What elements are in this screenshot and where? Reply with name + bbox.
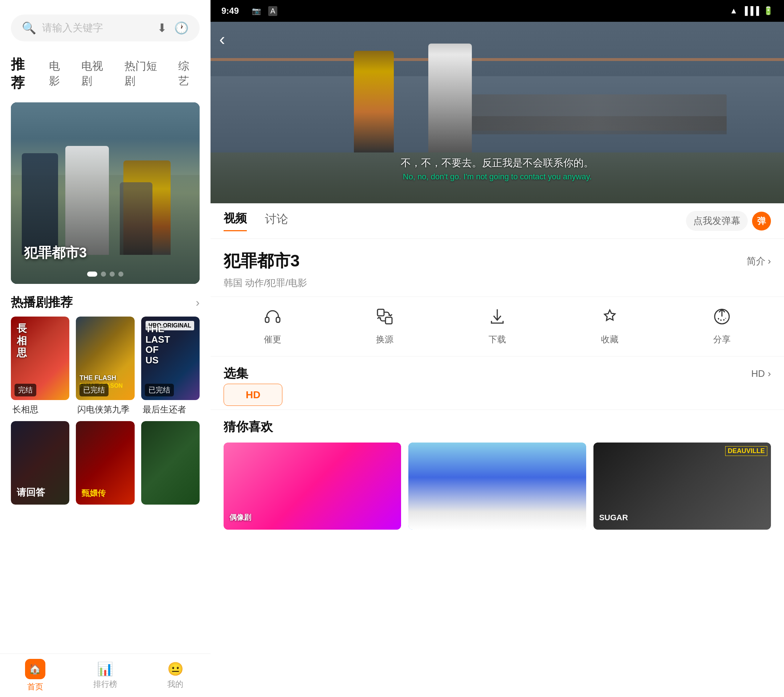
danmaku-badge: 弹 xyxy=(752,212,771,231)
video-tabs: 视频 讨论 点我发弹幕 弹 xyxy=(211,203,784,239)
drama-name-changxiangsi: 长相思 xyxy=(11,404,69,415)
action-buttons: 催更 换源 下载 xyxy=(211,297,784,356)
movie-info: 犯罪都市3 简介 › 韩国 动作/犯罪/电影 xyxy=(211,239,784,297)
share-icon xyxy=(713,308,731,329)
drama-card-flash[interactable]: THE FLASH FINAL SEASON 已完结 闪电侠第九季 xyxy=(76,316,134,415)
movie-meta: 韩国 动作/犯罪/电影 xyxy=(224,277,307,288)
action-download[interactable]: 下载 xyxy=(448,308,546,345)
download-icon[interactable]: ⬇ xyxy=(157,21,167,35)
episodes-section: 选集 HD › HD xyxy=(211,356,784,410)
search-icon: 🔍 xyxy=(22,21,36,35)
nav-profile-label: 我的 xyxy=(167,679,183,690)
collect-icon xyxy=(601,308,618,329)
home-icon: 🏠 xyxy=(25,659,45,679)
huanyuan-icon xyxy=(376,308,394,329)
cuigeng-label: 催更 xyxy=(264,334,281,345)
history-icon[interactable]: 🕐 xyxy=(174,21,189,35)
svg-rect-0 xyxy=(265,317,269,322)
nav-profile[interactable]: 😐 我的 xyxy=(140,661,211,690)
action-share[interactable]: 分享 xyxy=(673,308,771,345)
wifi-icon: ▲ xyxy=(730,6,738,16)
danmaku-text: 点我发弹幕 xyxy=(686,211,748,231)
search-placeholder: 请输入关键字 xyxy=(42,21,152,35)
rec-title: 猜你喜欢 xyxy=(224,419,771,435)
drama-card-unknown[interactable] xyxy=(141,421,199,504)
right-panel: 9:49 📷 A ▲ ▐▐▐ 🔋 不，不，不要去。反正我是不会联系你的。 xyxy=(211,0,784,697)
share-label: 分享 xyxy=(713,334,731,345)
tab-movie[interactable]: 电影 xyxy=(49,56,71,91)
subtitle-cn: 不，不，不要去。反正我是不会联系你的。 xyxy=(211,156,784,170)
drama-list-2: 请回答 甄嬛传 xyxy=(0,421,211,504)
drama-card-lastofus[interactable]: HBO ORIGINAL THELASTOFUS 已完结 最后生还者 xyxy=(141,316,199,415)
rec-card-3[interactable]: DEAUVILLE SUGAR xyxy=(593,443,771,530)
bottom-nav: 🏠 首页 📊 排行榜 😐 我的 xyxy=(0,653,211,697)
status-icons: ▲ ▐▐▐ 🔋 xyxy=(730,6,773,16)
status-bar: 9:49 📷 A ▲ ▐▐▐ 🔋 xyxy=(211,0,784,22)
nav-home[interactable]: 🏠 首页 xyxy=(0,659,70,692)
drama-card-zhenhuanzhuan[interactable]: 甄嬛传 xyxy=(76,421,134,504)
recommendations: 猜你喜欢 偶像剧 xyxy=(211,410,784,538)
search-bar[interactable]: 🔍 请输入关键字 ⬇ 🕐 xyxy=(11,15,199,41)
drama-name-lastofus: 最后生还者 xyxy=(141,404,199,415)
tab-tv[interactable]: 电视剧 xyxy=(81,56,114,91)
huanyuan-label: 换源 xyxy=(376,334,394,345)
download-label: 下载 xyxy=(489,334,506,345)
rec-card-1[interactable]: 偶像剧 xyxy=(224,443,401,530)
tab-video[interactable]: 视频 xyxy=(224,211,247,231)
hero-dots xyxy=(87,272,124,277)
back-button[interactable]: ‹ xyxy=(219,29,225,49)
drama-name-flash: 闪电侠第九季 xyxy=(76,404,134,415)
profile-icon: 😐 xyxy=(167,661,184,677)
left-panel: 🔍 请输入关键字 ⬇ 🕐 推荐 电影 电视剧 热门短剧 综艺 犯罪都市3 xyxy=(0,0,211,697)
tab-variety[interactable]: 综艺 xyxy=(178,56,199,91)
sim-icon: A xyxy=(268,6,277,16)
hd-chip[interactable]: HD xyxy=(224,384,282,406)
nav-ranking-label: 排行榜 xyxy=(93,679,117,690)
nav-tabs: 推荐 电影 电视剧 热门短剧 综艺 xyxy=(0,49,211,102)
tab-discussion[interactable]: 讨论 xyxy=(265,211,288,231)
drama-badge-complete: 完结 xyxy=(15,384,36,396)
drama-badge-lastofus: 已完结 xyxy=(145,384,174,396)
download-action-icon xyxy=(489,308,506,329)
tab-recommend[interactable]: 推荐 xyxy=(11,52,38,95)
hero-title: 犯罪都市3 xyxy=(24,244,87,262)
hot-dramas-header: 热播剧推荐 › xyxy=(0,284,211,316)
episodes-arrow: › xyxy=(768,368,771,379)
drama-badge-flash: 已完结 xyxy=(79,384,109,396)
action-huanyuan[interactable]: 换源 xyxy=(336,308,434,345)
video-player[interactable]: 不，不，不要去。反正我是不会联系你的。 No, no, don't go. I'… xyxy=(211,22,784,203)
rec-cards: 偶像剧 DEAUVILLE SUGAR xyxy=(224,443,771,530)
rec-card-2[interactable] xyxy=(408,443,586,530)
svg-rect-1 xyxy=(276,317,280,322)
movie-title: 犯罪都市3 xyxy=(224,250,300,272)
svg-rect-2 xyxy=(377,309,384,316)
hot-dramas-title: 热播剧推荐 xyxy=(11,294,72,311)
ranking-icon: 📊 xyxy=(97,661,113,677)
episodes-hd-link[interactable]: HD › xyxy=(751,368,771,379)
nav-home-label: 首页 xyxy=(27,681,43,692)
tab-short-drama[interactable]: 热门短剧 xyxy=(125,56,167,91)
video-subtitle: 不，不，不要去。反正我是不会联系你的。 No, no, don't go. I'… xyxy=(211,156,784,181)
camera-status-icon: 📷 xyxy=(252,7,261,15)
battery-icon: 🔋 xyxy=(763,6,773,16)
danmaku-btn[interactable]: 点我发弹幕 弹 xyxy=(686,211,771,231)
action-cuigeng[interactable]: 催更 xyxy=(224,308,321,345)
action-collect[interactable]: 收藏 xyxy=(561,308,659,345)
status-time: 9:49 xyxy=(221,6,239,16)
hero-banner[interactable]: 犯罪都市3 xyxy=(11,102,199,284)
svg-rect-3 xyxy=(385,317,392,324)
subtitle-en: No, no, don't go. I'm not going to conta… xyxy=(211,172,784,181)
drama-list: 長相思 完结 长相思 THE FLASH FINAL SEASON 已完结 闪电… xyxy=(0,316,211,415)
summary-arrow: › xyxy=(768,255,771,267)
nav-ranking[interactable]: 📊 排行榜 xyxy=(70,661,140,690)
collect-label: 收藏 xyxy=(601,334,618,345)
cuigeng-icon xyxy=(264,308,281,329)
drama-card-changxiangsi[interactable]: 長相思 完结 长相思 xyxy=(11,316,69,415)
summary-link[interactable]: 简介 › xyxy=(747,255,771,267)
drama-card-qinghuida[interactable]: 请回答 xyxy=(11,421,69,504)
more-arrow[interactable]: › xyxy=(196,296,199,309)
signal-icon: ▐▐▐ xyxy=(742,6,759,16)
episodes-title: 选集 xyxy=(224,365,248,382)
